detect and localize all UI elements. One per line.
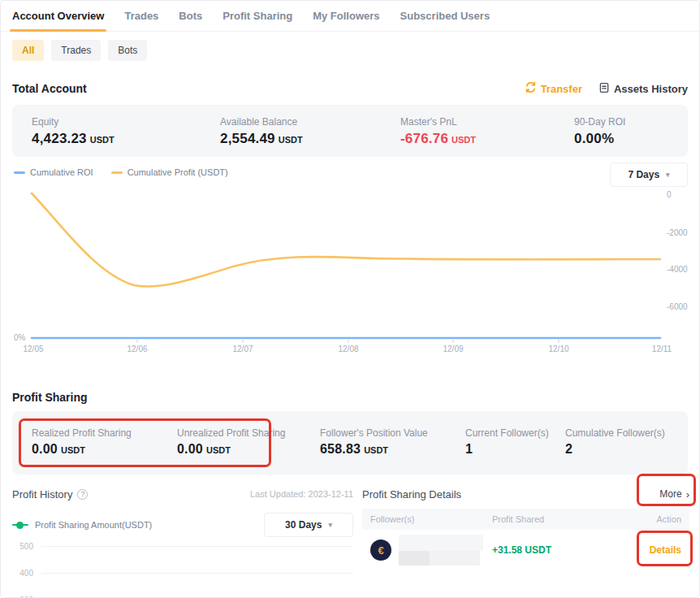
col-action: Action: [624, 514, 681, 524]
profit-sharing-stats-panel: Realized Profit Sharing 0.00USDT Unreali…: [12, 411, 688, 474]
legend-cumulative-profit[interactable]: Cumulative Profit (USDT): [111, 167, 228, 177]
top-tab-bar: Account Overview Trades Bots Profit Shar…: [1, 1, 699, 32]
overview-chart[interactable]: 0% 12/05 12/06 12/07 12/08 12/09 12/10 1…: [12, 184, 689, 358]
stat-current-followers: Current Follower(s) 1: [465, 427, 549, 457]
stat-follower-position-value: Follower's Position Value 658.83USDT: [320, 427, 428, 457]
right-axis-labels: 0 -2000 -4000 -6000: [667, 190, 688, 311]
svg-text:12/09: 12/09: [443, 344, 463, 353]
stat-equity-label: Equity: [32, 116, 115, 128]
profit-history-panel: Profit History ? Last Updated: 2023-12-1…: [12, 487, 353, 501]
stat-roi-value: 0.00%: [574, 131, 614, 146]
transfer-label: Transfer: [541, 83, 582, 95]
question-circle-icon[interactable]: ?: [77, 489, 88, 500]
chevron-right-icon: ›: [686, 489, 689, 500]
stat-available-unit: USDT: [279, 135, 303, 145]
stat-unrealized-label: Unrealized Profit Sharing: [177, 427, 285, 439]
last-updated-text: Last Updated: 2023-12-11: [250, 489, 353, 499]
filter-pills: All Trades Bots: [12, 40, 147, 61]
profit-history-range-value: 30 Days: [285, 519, 322, 531]
profit-history-legend-label: Profit Sharing Amount(USDT): [35, 520, 152, 530]
details-table-header: Follower(s) Profit Shared Action: [362, 509, 689, 530]
svg-text:12/08: 12/08: [338, 344, 358, 353]
tab-profit-sharing[interactable]: Profit Sharing: [223, 1, 292, 31]
stat-realized-profit: Realized Profit Sharing 0.00USDT: [32, 427, 132, 457]
stat-unrealized-value: 0.00: [177, 442, 203, 456]
stat-position-label: Follower's Position Value: [320, 427, 428, 439]
stat-available-label: Available Balance: [220, 116, 303, 128]
details-panel-title: Profit Sharing Details: [362, 488, 461, 500]
gridline-300: 300: [12, 587, 353, 598]
stat-masters-pnl: Master's PnL -676.76USDT: [400, 116, 476, 147]
tab-subscribed-users[interactable]: Subscribed Users: [400, 1, 490, 31]
x-axis-labels: 12/05 12/06 12/07 12/08 12/09 12/10 12/1…: [23, 344, 672, 353]
blue-dash-icon: [14, 171, 25, 174]
svg-text:0: 0: [667, 190, 672, 199]
total-account-title: Total Account: [12, 82, 87, 95]
profit-sharing-details-panel: Profit Sharing Details More › Follower(s…: [362, 487, 689, 501]
stat-cumulative-followers: Cumulative Follower(s) 2: [565, 427, 665, 457]
svg-text:12/11: 12/11: [652, 344, 672, 353]
legend-roi-label: Cumulative ROI: [30, 167, 93, 177]
legend-cumulative-roi[interactable]: Cumulative ROI: [14, 167, 93, 177]
overview-range-select[interactable]: 7 Days ▾: [610, 162, 688, 187]
assets-history-button[interactable]: Assets History: [598, 82, 688, 96]
more-label: More: [659, 488, 681, 500]
stat-pnl-label: Master's PnL: [400, 116, 476, 128]
legend-profit-sharing-amount[interactable]: Profit Sharing Amount(USDT): [12, 520, 152, 530]
gridline-400: 400: [12, 560, 353, 587]
stat-cumulative-followers-label: Cumulative Follower(s): [565, 427, 665, 439]
left-axis-tick: 0%: [14, 333, 26, 342]
gridline-500: 500: [12, 533, 353, 560]
caret-down-icon: ▾: [328, 522, 332, 529]
svg-text:-4000: -4000: [667, 265, 688, 274]
stat-current-followers-value: 1: [465, 442, 473, 456]
tab-trades[interactable]: Trades: [124, 1, 158, 31]
svg-text:12/10: 12/10: [548, 344, 568, 353]
svg-text:12/07: 12/07: [232, 344, 253, 353]
stat-available-value: 2,554.49: [220, 131, 275, 146]
stat-pnl-unit: USDT: [452, 135, 476, 145]
stat-unrealized-profit: Unrealized Profit Sharing 0.00USDT: [177, 427, 285, 457]
tab-bots[interactable]: Bots: [179, 1, 202, 31]
profit-sharing-title: Profit Sharing: [12, 391, 88, 404]
filter-bots[interactable]: Bots: [108, 40, 147, 61]
stat-current-followers-label: Current Follower(s): [465, 427, 549, 439]
stat-realized-label: Realized Profit Sharing: [32, 427, 132, 439]
svg-text:12/05: 12/05: [23, 344, 43, 353]
stat-equity: Equity 4,423.23USDT: [32, 116, 115, 147]
y-tick-400: 400: [12, 569, 33, 578]
stat-cumulative-followers-value: 2: [565, 442, 573, 456]
profit-shared-value: +31.58 USDT: [492, 544, 624, 556]
profit-history-chart[interactable]: 500 400 300: [12, 533, 353, 598]
stat-realized-unit: USDT: [61, 445, 85, 455]
more-button[interactable]: More ›: [659, 488, 689, 500]
copy-trading-dashboard: Account Overview Trades Bots Profit Shar…: [0, 0, 700, 598]
overview-chart-legend: Cumulative ROI Cumulative Profit (USDT): [14, 167, 228, 177]
cumulative-profit-line: [32, 193, 660, 287]
legend-profit-label: Cumulative Profit (USDT): [127, 167, 228, 177]
col-profit-shared: Profit Shared: [492, 514, 624, 524]
tab-account-overview[interactable]: Account Overview: [12, 1, 104, 31]
svg-text:-2000: -2000: [667, 228, 688, 237]
green-dot-icon: [12, 524, 28, 526]
details-button[interactable]: Details: [624, 544, 681, 556]
stat-roi-label: 90-Day ROI: [574, 116, 625, 128]
stat-unrealized-unit: USDT: [206, 445, 231, 455]
transfer-icon: [525, 81, 537, 96]
filter-all[interactable]: All: [12, 40, 44, 61]
filter-trades[interactable]: Trades: [51, 40, 101, 61]
profit-sharing-header: Profit Sharing: [12, 390, 688, 405]
orange-dash-icon: [111, 171, 123, 174]
total-account-stats-panel: Equity 4,423.23USDT Available Balance 2,…: [12, 105, 688, 157]
stat-pnl-value: -676.76: [400, 131, 448, 146]
stat-equity-unit: USDT: [90, 135, 115, 145]
follower-avatar: €: [370, 540, 391, 561]
y-tick-500: 500: [12, 542, 33, 551]
tab-my-followers[interactable]: My Followers: [313, 1, 379, 31]
transfer-button[interactable]: Transfer: [525, 81, 582, 96]
total-account-header: Total Account Transfer: [12, 80, 688, 97]
col-followers: Follower(s): [370, 514, 492, 524]
svg-text:12/06: 12/06: [127, 344, 147, 353]
stat-equity-value: 4,423.23: [32, 131, 87, 146]
stat-90day-roi: 90-Day ROI 0.00%: [574, 116, 625, 147]
